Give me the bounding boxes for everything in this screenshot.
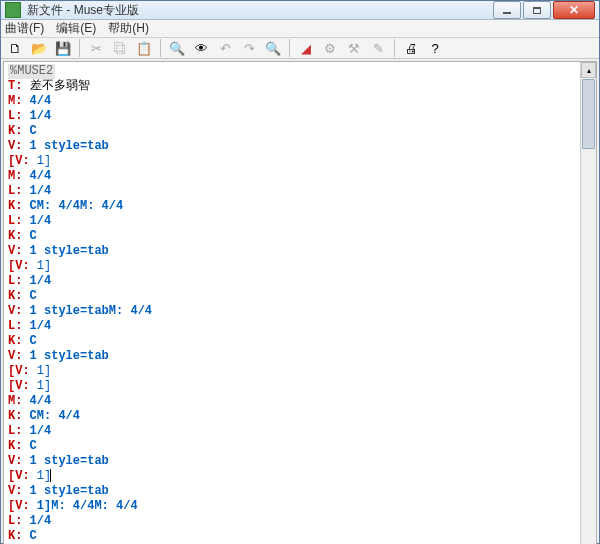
print-icon[interactable]: 🖨 bbox=[401, 38, 421, 58]
vertical-scrollbar[interactable]: ▴ ▾ bbox=[580, 62, 596, 544]
separator bbox=[394, 39, 395, 57]
menu-score[interactable]: 曲谱(F) bbox=[5, 20, 44, 37]
menu-bar: 曲谱(F) 编辑(E) 帮助(H) bbox=[1, 20, 599, 38]
separator bbox=[289, 39, 290, 57]
tool1-icon[interactable]: ◢ bbox=[296, 38, 316, 58]
find-red-icon[interactable]: 🔍 bbox=[263, 38, 283, 58]
tool2-icon[interactable]: ⚙ bbox=[320, 38, 340, 58]
undo-icon[interactable]: ↶ bbox=[215, 38, 235, 58]
menu-help[interactable]: 帮助(H) bbox=[108, 20, 149, 37]
binoculars-icon[interactable]: 👁 bbox=[191, 38, 211, 58]
tool4-icon[interactable]: ✎ bbox=[368, 38, 388, 58]
menu-edit[interactable]: 编辑(E) bbox=[56, 20, 96, 37]
open-icon[interactable]: 📂 bbox=[29, 38, 49, 58]
close-button[interactable]: ✕ bbox=[553, 1, 595, 19]
minimize-button[interactable] bbox=[493, 1, 521, 19]
maximize-button[interactable] bbox=[523, 1, 551, 19]
app-window: 新文件 - Muse专业版 ✕ 曲谱(F) 编辑(E) 帮助(H) 🗋 📂 💾 … bbox=[0, 0, 600, 544]
separator bbox=[160, 39, 161, 57]
find-icon[interactable]: 🔍 bbox=[167, 38, 187, 58]
redo-icon[interactable]: ↷ bbox=[239, 38, 259, 58]
window-title: 新文件 - Muse专业版 bbox=[27, 2, 493, 19]
scroll-up-icon[interactable]: ▴ bbox=[581, 62, 596, 78]
help-icon[interactable]: ? bbox=[425, 38, 445, 58]
code-editor[interactable]: %MUSE2T: 差不多弱智M: 4/4L: 1/4K: CV: 1 style… bbox=[4, 62, 580, 544]
paste-icon[interactable]: 📋 bbox=[134, 38, 154, 58]
scroll-thumb[interactable] bbox=[582, 79, 595, 149]
title-bar[interactable]: 新文件 - Muse专业版 ✕ bbox=[1, 1, 599, 20]
toolbar: 🗋 📂 💾 ✂ ⿻ 📋 🔍 👁 ↶ ↷ 🔍 ◢ ⚙ ⚒ ✎ 🖨 ? bbox=[1, 38, 599, 59]
tool3-icon[interactable]: ⚒ bbox=[344, 38, 364, 58]
copy-icon[interactable]: ⿻ bbox=[110, 38, 130, 58]
app-icon bbox=[5, 2, 21, 18]
cut-icon[interactable]: ✂ bbox=[86, 38, 106, 58]
save-icon[interactable]: 💾 bbox=[53, 38, 73, 58]
separator bbox=[79, 39, 80, 57]
editor-area: %MUSE2T: 差不多弱智M: 4/4L: 1/4K: CV: 1 style… bbox=[3, 61, 597, 544]
new-icon[interactable]: 🗋 bbox=[5, 38, 25, 58]
